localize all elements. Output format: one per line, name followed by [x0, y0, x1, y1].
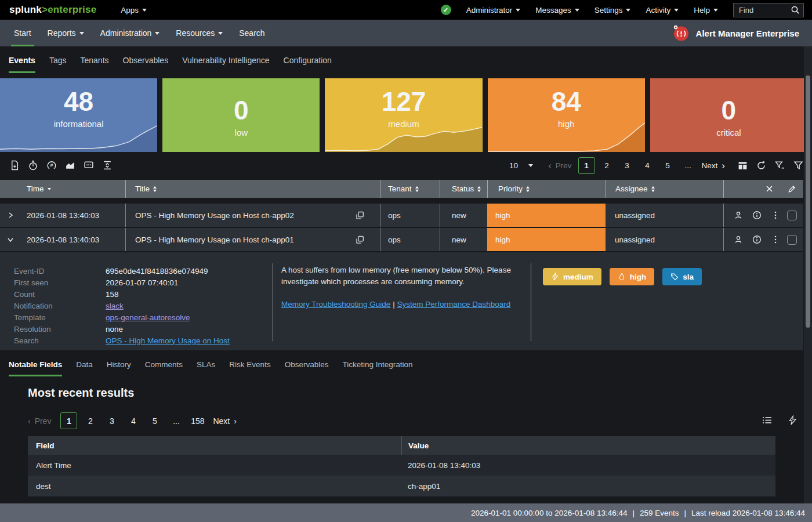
filter-icon[interactable] [793, 161, 803, 171]
detail-tab-risk-events[interactable]: Risk Events [222, 350, 277, 378]
refresh-icon[interactable] [756, 161, 766, 171]
results-pagination-next[interactable]: Next› [213, 416, 236, 426]
column-header-time[interactable]: Time [20, 180, 125, 198]
copy-title-icon[interactable] [356, 211, 364, 220]
detail-tab-ticketing-integration[interactable]: Ticketing Integration [335, 350, 419, 378]
notification-link[interactable]: slack [106, 302, 124, 310]
messages-menu[interactable]: Messages [535, 6, 579, 14]
kpi-high[interactable]: 84high [488, 78, 645, 152]
sla-button[interactable]: sla [662, 268, 702, 285]
comments-icon[interactable] [84, 160, 94, 171]
kpi-informational[interactable]: 48informational [0, 78, 157, 152]
pagination-page-3[interactable]: 3 [619, 157, 636, 174]
detail-tab-comments[interactable]: Comments [138, 350, 190, 378]
copy-title-icon[interactable] [356, 235, 364, 244]
kpi-low[interactable]: 0low [162, 78, 320, 152]
results-pagination-prev[interactable]: ‹Prev [28, 416, 51, 426]
results-page-5[interactable]: 5 [146, 412, 163, 429]
pagination-page-5[interactable]: 5 [659, 157, 676, 174]
column-header-status[interactable]: Status [440, 180, 487, 198]
tab-tenants[interactable]: Tenants [74, 46, 116, 74]
field-value-row[interactable]: Alert Time 2026-01-08 13:40:03 [28, 455, 775, 476]
pagination-page-2[interactable]: 2 [599, 157, 615, 174]
template-link[interactable]: ops-general-autoresolve [106, 313, 190, 322]
health-status-icon[interactable]: ✓ [441, 5, 451, 15]
chevron-down-icon [528, 164, 533, 167]
tag-high-button[interactable]: high [610, 268, 655, 285]
detail-tab-history[interactable]: History [100, 350, 138, 378]
detail-tab-slas[interactable]: SLAs [190, 350, 222, 378]
splunk-logo-brand: splunk [9, 4, 42, 15]
settings-menu[interactable]: Settings [594, 6, 631, 14]
tab-observables[interactable]: Observables [116, 46, 176, 74]
pagination-prev[interactable]: ‹Prev [548, 161, 571, 171]
page-size-select[interactable]: 10 [509, 161, 533, 170]
column-header-assignee[interactable]: Assignee [606, 180, 723, 198]
find-search-box[interactable] [733, 3, 804, 17]
column-header-priority[interactable]: Priority [487, 180, 606, 198]
app-tab-bar: Events Tags Tenants Observables Vulnerab… [0, 46, 812, 74]
collapse-rows-icon[interactable] [102, 160, 113, 171]
results-page-last[interactable]: 158 [189, 412, 206, 429]
info-icon[interactable] [752, 211, 762, 220]
list-view-icon[interactable] [762, 415, 772, 425]
expand-row-icon[interactable] [7, 212, 14, 219]
gauge-number-icon[interactable]: # [46, 160, 57, 171]
app-nav-bar: Start Reports Administration Resources S… [0, 20, 812, 46]
event-row[interactable]: 2026-01-08 13:40:03 OPS - High Memory Us… [0, 228, 803, 251]
collapse-row-icon[interactable] [7, 236, 14, 243]
nav-item-administration[interactable]: Administration [92, 20, 168, 46]
column-header-tenant[interactable]: Tenant [380, 180, 440, 198]
clear-selection-icon[interactable] [766, 185, 773, 193]
find-input[interactable] [739, 6, 791, 14]
kpi-medium[interactable]: 127medium [325, 78, 482, 152]
results-page-1[interactable]: 1 [60, 412, 77, 429]
area-chart-icon[interactable] [65, 160, 75, 171]
search-icon[interactable] [791, 5, 800, 14]
detail-tab-observables[interactable]: Observables [278, 350, 336, 378]
activity-menu[interactable]: Activity [646, 6, 679, 14]
more-actions-icon[interactable] [771, 211, 780, 220]
pagination-page-4[interactable]: 4 [639, 157, 656, 174]
pagination-next[interactable]: Next› [702, 161, 725, 171]
timer-icon[interactable] [28, 160, 38, 171]
results-page-4[interactable]: 4 [125, 412, 142, 429]
info-icon[interactable] [752, 235, 762, 244]
nav-item-reports[interactable]: Reports [39, 20, 92, 46]
priority-badge[interactable]: high [487, 204, 606, 227]
doc-link-memory-guide[interactable]: Memory Troubleshooting Guide [281, 300, 390, 309]
results-page-2[interactable]: 2 [82, 412, 99, 429]
nav-item-resources[interactable]: Resources [168, 20, 231, 46]
tab-tags[interactable]: Tags [42, 46, 74, 74]
doc-link-performance-dashboard[interactable]: System Performance Dashboard [397, 300, 510, 309]
edit-icon[interactable] [788, 185, 796, 193]
nav-item-search[interactable]: Search [231, 20, 273, 46]
row-checkbox[interactable] [787, 235, 797, 245]
tab-events[interactable]: Events [2, 46, 42, 74]
row-checkbox[interactable] [787, 211, 797, 220]
clear-filter-icon[interactable] [775, 161, 785, 171]
kpi-critical[interactable]: 0critical [650, 78, 807, 152]
detail-tab-data[interactable]: Data [69, 350, 100, 378]
field-value-row[interactable]: dest ch-app01 [28, 476, 775, 496]
tag-medium-button[interactable]: medium [543, 268, 601, 285]
assign-user-icon[interactable] [734, 211, 743, 220]
column-header-title[interactable]: Title [125, 180, 380, 198]
administrator-menu[interactable]: Administrator [466, 6, 521, 14]
tab-vulnerability-intelligence[interactable]: Vulnerability Intelligence [175, 46, 276, 74]
event-row[interactable]: 2026-01-08 13:40:03 OPS - High Memory Us… [0, 204, 803, 227]
results-page-3[interactable]: 3 [103, 412, 120, 429]
assign-user-icon[interactable] [734, 235, 743, 244]
pagination-page-1[interactable]: 1 [578, 157, 595, 174]
search-link[interactable]: OPS - High Memory Usage on Host [106, 336, 230, 345]
add-event-icon[interactable] [9, 160, 20, 171]
nav-item-start[interactable]: Start [6, 20, 39, 46]
more-actions-icon[interactable] [771, 235, 780, 244]
apps-menu[interactable]: Apps [121, 6, 147, 14]
columns-icon[interactable] [738, 161, 748, 171]
priority-badge[interactable]: high [487, 228, 606, 251]
help-menu[interactable]: Help [694, 6, 718, 14]
detail-tab-notable-fields[interactable]: Notable Fields [2, 350, 69, 378]
raw-events-icon[interactable] [788, 415, 798, 425]
tab-configuration[interactable]: Configuration [277, 46, 339, 74]
